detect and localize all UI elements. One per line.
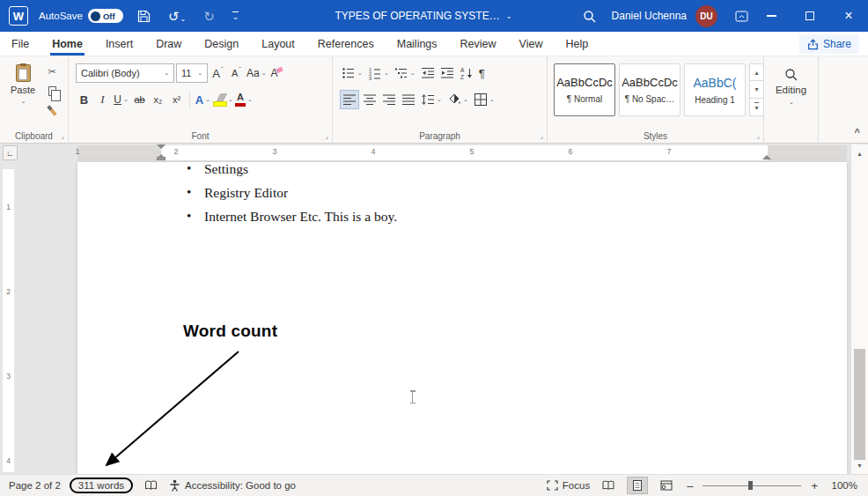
font-dialog-launcher-icon[interactable]: ⌟ bbox=[325, 132, 328, 140]
highlight-color-button[interactable]: ⌄ bbox=[213, 90, 233, 109]
avatar[interactable]: DU bbox=[695, 5, 717, 27]
font-family-select[interactable]: Calibri (Body) ⌄ bbox=[76, 63, 174, 83]
share-button[interactable]: Share bbox=[799, 34, 859, 54]
ribbon-display-options-button[interactable] bbox=[732, 0, 752, 32]
read-mode-button[interactable] bbox=[598, 477, 619, 494]
tab-mailings[interactable]: Mailings bbox=[386, 32, 449, 56]
status-bar-left: Page 2 of 2 311 words Accessibility: Goo… bbox=[0, 477, 296, 493]
tab-help[interactable]: Help bbox=[554, 32, 600, 56]
right-indent-marker[interactable] bbox=[762, 151, 771, 159]
shrink-font-button[interactable]: Aˇ bbox=[228, 63, 245, 83]
tab-design[interactable]: Design bbox=[193, 32, 250, 56]
change-case-button[interactable]: Aa⌄ bbox=[246, 63, 267, 83]
undo-button[interactable]: ↺ ⌄ bbox=[165, 0, 189, 32]
bullets-button[interactable]: ⌄ bbox=[340, 63, 364, 83]
scrollbar-thumb[interactable] bbox=[854, 349, 865, 460]
save-button[interactable] bbox=[134, 0, 154, 32]
style-heading-1[interactable]: AaBbC( Heading 1 bbox=[684, 63, 746, 116]
paragraph-dialog-launcher-icon[interactable]: ⌟ bbox=[540, 132, 543, 140]
autosave-toggle[interactable]: AutoSave Off bbox=[39, 9, 123, 23]
styles-scroll-down-button[interactable]: ▾ bbox=[749, 81, 764, 99]
numbering-button[interactable]: 123 ⌄ bbox=[366, 63, 391, 83]
align-center-button[interactable] bbox=[361, 90, 379, 109]
justify-button[interactable] bbox=[400, 90, 417, 109]
minimize-button[interactable] bbox=[752, 0, 791, 32]
zoom-slider-thumb[interactable] bbox=[748, 481, 753, 490]
line-spacing-button[interactable]: ⌄ bbox=[419, 90, 444, 109]
sort-button[interactable]: AZ bbox=[458, 63, 475, 83]
list-item: Settings bbox=[77, 162, 847, 181]
subscript-button[interactable]: x₂ bbox=[150, 90, 166, 109]
print-layout-button[interactable] bbox=[627, 477, 648, 494]
zoom-in-button[interactable]: + bbox=[809, 479, 820, 492]
borders-button[interactable]: ⌄ bbox=[472, 90, 497, 109]
tab-insert[interactable]: Insert bbox=[94, 32, 144, 56]
redo-button[interactable]: ↻ bbox=[200, 0, 218, 32]
format-painter-button[interactable] bbox=[42, 102, 62, 119]
cut-button[interactable]: ✂ bbox=[42, 63, 62, 80]
clear-formatting-button[interactable]: A bbox=[268, 63, 285, 83]
styles-more-button[interactable]: ▾ bbox=[749, 99, 764, 116]
style-normal[interactable]: AaBbCcDc ¶ Normal bbox=[554, 63, 615, 116]
tab-file[interactable]: File bbox=[0, 32, 40, 56]
document-page[interactable]: Settings Registry Editor Internet Browse… bbox=[77, 162, 847, 474]
tab-review[interactable]: Review bbox=[449, 32, 508, 56]
accessibility-status[interactable]: Accessibility: Good to go bbox=[169, 479, 296, 492]
decrease-indent-button[interactable] bbox=[419, 63, 437, 83]
bold-button[interactable]: B bbox=[76, 90, 92, 109]
chevron-down-icon: ⌄ bbox=[232, 11, 239, 21]
paste-icon bbox=[16, 64, 31, 82]
superscript-button[interactable]: x² bbox=[168, 90, 185, 109]
tab-layout[interactable]: Layout bbox=[250, 32, 306, 56]
underline-button[interactable]: U⌄ bbox=[113, 90, 129, 109]
styles-dialog-launcher-icon[interactable]: ⌟ bbox=[756, 132, 760, 140]
tab-draw[interactable]: Draw bbox=[144, 32, 193, 56]
copy-button[interactable] bbox=[42, 83, 62, 100]
search-button[interactable] bbox=[579, 0, 600, 32]
maximize-button[interactable] bbox=[791, 0, 829, 32]
word-logo-icon[interactable]: W bbox=[9, 6, 28, 26]
share-label: Share bbox=[823, 38, 851, 50]
zoom-out-button[interactable]: – bbox=[685, 479, 695, 492]
paste-button[interactable]: Paste ⌄ bbox=[6, 64, 40, 105]
shading-button[interactable]: ⌄ bbox=[445, 90, 470, 109]
word-count-status[interactable]: 311 words bbox=[70, 477, 133, 493]
clipboard-dialog-launcher-icon[interactable]: ⌟ bbox=[61, 132, 64, 140]
italic-button[interactable]: I bbox=[94, 90, 111, 109]
web-layout-button[interactable] bbox=[656, 477, 677, 494]
scroll-down-button[interactable]: ▼ bbox=[851, 459, 868, 471]
editing-button[interactable]: Editing ⌄ bbox=[764, 68, 818, 106]
document-title[interactable]: TYPES OF OPERATING SYSTE… ⌄ bbox=[335, 0, 512, 32]
text-effects-button[interactable]: A⌄ bbox=[195, 90, 211, 109]
underline-label: U bbox=[114, 93, 121, 106]
increase-indent-button[interactable] bbox=[438, 63, 456, 83]
align-left-button[interactable] bbox=[340, 90, 359, 109]
customize-quick-access-button[interactable]: ⌄ bbox=[229, 0, 243, 32]
zoom-slider[interactable] bbox=[702, 479, 801, 492]
tab-selector[interactable]: ∟ bbox=[3, 145, 18, 160]
style-no-spacing[interactable]: AaBbCcDc ¶ No Spac… bbox=[619, 63, 680, 116]
proofing-status[interactable] bbox=[144, 480, 158, 491]
close-button[interactable]: × bbox=[829, 0, 868, 32]
tab-home[interactable]: Home bbox=[40, 32, 94, 56]
zoom-level[interactable]: 100% bbox=[828, 480, 857, 491]
user-name[interactable]: Daniel Uchenna bbox=[612, 10, 687, 22]
left-indent-marker[interactable] bbox=[157, 157, 166, 160]
vertical-scrollbar[interactable]: ▲ ▼ bbox=[850, 144, 868, 474]
focus-button[interactable]: Focus bbox=[547, 480, 590, 491]
autosave-switch[interactable]: Off bbox=[88, 9, 123, 23]
tab-view[interactable]: View bbox=[508, 32, 555, 56]
strikethrough-button[interactable]: ab bbox=[131, 90, 148, 109]
tab-references[interactable]: References bbox=[306, 32, 386, 56]
show-formatting-marks-button[interactable]: ¶ bbox=[477, 63, 487, 83]
font-size-select[interactable]: 11 ⌄ bbox=[176, 63, 208, 83]
scroll-up-button[interactable]: ▲ bbox=[851, 147, 868, 159]
horizontal-ruler[interactable]: 1 2 3 4 5 6 7 bbox=[0, 144, 868, 162]
status-page-info[interactable]: Page 2 of 2 bbox=[9, 480, 61, 491]
align-right-button[interactable] bbox=[380, 90, 398, 109]
collapse-ribbon-button[interactable]: ^ bbox=[855, 127, 860, 137]
grow-font-button[interactable]: Aˆ bbox=[210, 63, 226, 83]
font-color-button[interactable]: A⌄ bbox=[235, 90, 253, 109]
multilevel-list-button[interactable]: ⌄ bbox=[393, 63, 417, 83]
styles-scroll-up-button[interactable]: ▴ bbox=[749, 63, 764, 81]
